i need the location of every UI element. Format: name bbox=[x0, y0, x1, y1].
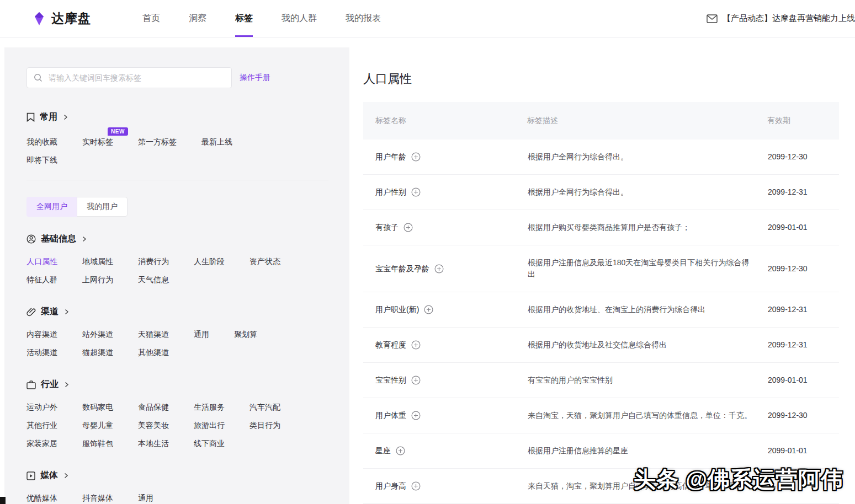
section-header[interactable]: 媒体 bbox=[26, 470, 349, 481]
sidebar-item[interactable]: 旅游出行 bbox=[194, 421, 225, 431]
sidebar-item[interactable]: 天气信息 bbox=[138, 275, 169, 285]
nav-item[interactable]: 洞察 bbox=[189, 0, 206, 37]
common-item[interactable]: 最新上线 bbox=[201, 137, 232, 147]
manual-link[interactable]: 操作手册 bbox=[240, 73, 270, 83]
table-row: 用户职业(新)根据用户的收货地址、在淘宝上的消费行为综合得出2099-12-31 bbox=[363, 292, 839, 328]
sidebar-item[interactable]: 天猫渠道 bbox=[138, 330, 169, 340]
sidebar-item[interactable]: 地域属性 bbox=[82, 257, 113, 267]
clip-icon bbox=[26, 307, 36, 317]
tag-name: 用户职业(新) bbox=[375, 304, 419, 315]
sidebar-item[interactable]: 抖音媒体 bbox=[82, 494, 113, 503]
common-section-header[interactable]: 常用 bbox=[26, 111, 349, 123]
sidebar-item[interactable]: 活动渠道 bbox=[26, 348, 57, 358]
sidebar-item[interactable]: 通用 bbox=[194, 330, 209, 340]
sidebar-item[interactable]: 聚划算 bbox=[234, 330, 257, 340]
tag-desc: 根据用户注册信息及最近180天在淘宝母婴类目下相关行为综合得出 bbox=[527, 245, 767, 292]
sidebar-item[interactable]: 优酷媒体 bbox=[26, 494, 57, 503]
sidebar-item[interactable]: 类目行为 bbox=[249, 421, 280, 431]
sidebar-item[interactable]: 人生阶段 bbox=[194, 257, 225, 267]
sidebar-item[interactable]: 通用 bbox=[138, 494, 153, 503]
nav-item[interactable]: 我的报表 bbox=[346, 0, 381, 37]
sidebar-item[interactable]: 特征人群 bbox=[26, 275, 57, 285]
page-title: 人口属性 bbox=[363, 71, 855, 87]
chevron-right-icon bbox=[81, 236, 87, 242]
section-header[interactable]: 行业 bbox=[26, 379, 349, 390]
sidebar-item[interactable]: 汽车汽配 bbox=[249, 403, 280, 412]
add-tag-icon[interactable] bbox=[411, 411, 421, 420]
table-row: 有孩子根据用户购买母婴类商品推算用户是否有孩子；2099-01-01 bbox=[363, 210, 839, 245]
common-item[interactable]: 第一方标签 bbox=[138, 137, 177, 147]
sidebar-item[interactable]: 上网行为 bbox=[82, 275, 113, 285]
sidebar-item[interactable]: 运动户外 bbox=[26, 403, 57, 412]
sidebar-item[interactable]: 资产状态 bbox=[249, 257, 280, 267]
common-item[interactable]: 即将下线 bbox=[26, 156, 57, 165]
tag-name: 宝宝性别 bbox=[375, 374, 406, 386]
search-input[interactable] bbox=[47, 73, 225, 83]
add-tag-icon[interactable] bbox=[411, 481, 421, 491]
media-icon bbox=[26, 471, 35, 480]
scope-tab[interactable]: 我的用户 bbox=[77, 197, 128, 217]
tag-name-cell: 用户年龄 bbox=[363, 140, 527, 175]
sidebar-item[interactable]: 内容渠道 bbox=[26, 330, 57, 340]
sidebar-item[interactable]: 生活服务 bbox=[194, 403, 225, 412]
sidebar-item[interactable]: 站外渠道 bbox=[82, 330, 113, 340]
common-section: 常用 我的收藏实时标签NEW第一方标签最新上线即将下线 bbox=[26, 111, 349, 165]
add-tag-icon[interactable] bbox=[411, 376, 421, 385]
tag-name-cell: 用户性别 bbox=[363, 175, 527, 210]
tag-name-wrap: 用户职业(新) bbox=[375, 304, 527, 315]
sidebar-item[interactable]: 食品保健 bbox=[138, 403, 169, 412]
common-item[interactable]: 实时标签NEW bbox=[82, 137, 113, 147]
sidebar-item[interactable]: 本地生活 bbox=[138, 439, 169, 449]
sidebar-item[interactable]: 猫超渠道 bbox=[82, 348, 113, 358]
notice-area[interactable]: 【产品动态】达摩盘再营销能力上线 bbox=[707, 13, 855, 24]
tag-desc: 有宝宝的用户的宝宝性别 bbox=[527, 363, 767, 398]
add-tag-icon[interactable] bbox=[411, 187, 421, 197]
table-row: 宝宝年龄及孕龄根据用户注册信息及最近180天在淘宝母婴类目下相关行为综合得出20… bbox=[363, 245, 839, 292]
sidebar-item[interactable]: 消费行为 bbox=[138, 257, 169, 267]
add-tag-icon[interactable] bbox=[411, 340, 421, 350]
add-tag-icon[interactable] bbox=[434, 264, 444, 274]
add-tag-icon[interactable] bbox=[403, 223, 413, 232]
tag-name-cell: 有孩子 bbox=[363, 210, 527, 245]
section-items: 优酷媒体抖音媒体通用 bbox=[26, 494, 302, 503]
sidebar-item[interactable]: 美容美妆 bbox=[138, 421, 169, 431]
sidebar-item[interactable]: 母婴儿童 bbox=[82, 421, 113, 431]
nav-item[interactable]: 标签 bbox=[235, 0, 253, 37]
tag-expiry: 2099-12-31 bbox=[767, 175, 839, 210]
tag-desc: 根据用户购买母婴类商品推算用户是否有孩子； bbox=[527, 210, 767, 245]
sidebar-item[interactable]: 家装家居 bbox=[26, 439, 57, 449]
tag-name-wrap: 星座 bbox=[375, 445, 527, 457]
user-icon bbox=[26, 234, 36, 244]
scrollbar-thumb[interactable] bbox=[0, 497, 6, 504]
section-title: 行业 bbox=[41, 379, 59, 390]
add-tag-icon[interactable] bbox=[411, 152, 421, 162]
sidebar-item[interactable]: 人口属性 bbox=[26, 257, 57, 267]
section-title: 媒体 bbox=[40, 470, 58, 481]
section-items: 内容渠道站外渠道天猫渠道通用聚划算活动渠道猫超渠道其他渠道 bbox=[26, 330, 302, 358]
nav-item[interactable]: 我的人群 bbox=[282, 0, 317, 37]
tag-expiry: 2099-12-30 bbox=[767, 398, 839, 433]
section-items: 运动户外数码家电食品保健生活服务汽车汽配其他行业母婴儿童美容美妆旅游出行类目行为… bbox=[26, 403, 302, 449]
add-tag-icon[interactable] bbox=[424, 305, 433, 314]
tag-name: 用户性别 bbox=[375, 186, 406, 198]
tag-desc: 根据用户的收货地址、在淘宝上的消费行为综合得出 bbox=[527, 292, 767, 328]
section-header[interactable]: 基础信息 bbox=[26, 233, 349, 245]
page: 达摩盘 首页洞察标签我的人群我的报表 【产品动态】达摩盘再营销能力上线 操作手册… bbox=[0, 0, 855, 504]
sidebar-item[interactable]: 线下商业 bbox=[194, 439, 225, 449]
logo[interactable]: 达摩盘 bbox=[32, 10, 91, 27]
tag-name-wrap: 用户身高 bbox=[375, 480, 527, 492]
scope-tab[interactable]: 全网用户 bbox=[26, 197, 77, 217]
nav-item[interactable]: 首页 bbox=[142, 0, 160, 37]
sidebar-sections: 基础信息人口属性地域属性消费行为人生阶段资产状态特征人群上网行为天气信息渠道内容… bbox=[26, 233, 349, 503]
user-scope-tabs: 全网用户我的用户 bbox=[26, 197, 128, 217]
section-header[interactable]: 渠道 bbox=[26, 306, 349, 318]
tag-desc: 来自淘宝，天猫，聚划算用户自己填写的体重信息，单位：千克。 bbox=[527, 398, 767, 433]
sidebar-item[interactable]: 其他行业 bbox=[26, 421, 57, 431]
add-tag-icon[interactable] bbox=[396, 446, 405, 455]
tag-desc: 根据用户全网行为综合得出。 bbox=[527, 140, 767, 175]
common-items: 我的收藏实时标签NEW第一方标签最新上线即将下线 bbox=[26, 137, 286, 165]
common-item[interactable]: 我的收藏 bbox=[26, 137, 57, 147]
sidebar-item[interactable]: 其他渠道 bbox=[138, 348, 169, 358]
sidebar-item[interactable]: 数码家电 bbox=[82, 403, 113, 412]
sidebar-item[interactable]: 服饰鞋包 bbox=[82, 439, 113, 449]
